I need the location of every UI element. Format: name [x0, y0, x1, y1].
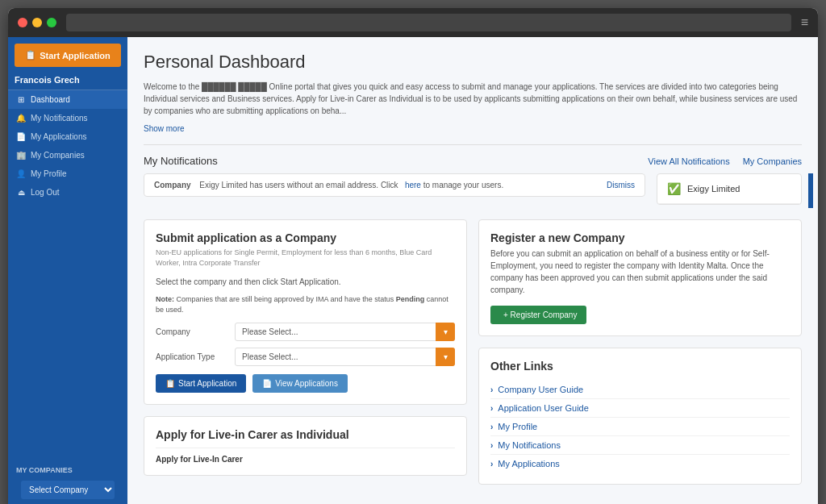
other-links-title: Other Links	[490, 360, 790, 373]
chevron-right-icon: ›	[490, 441, 493, 450]
link-my-notifications[interactable]: › My Notifications	[490, 436, 790, 455]
carer-subtitle: Apply for Live-In Carer	[156, 455, 455, 464]
view-icon: 📄	[262, 379, 272, 388]
my-companies-panel: ✅ Exigy Limited	[657, 173, 802, 205]
sidebar-item-companies[interactable]: 🏢 My Companies	[8, 146, 127, 165]
sidebar-item-logout[interactable]: ⏏ Log Out	[8, 183, 127, 202]
submit-company-instruction: Select the company and then click Start …	[156, 276, 455, 288]
notifications-title: My Notifications	[144, 155, 218, 167]
alert-message-end: to manage your users.	[423, 181, 504, 190]
other-links-card: Other Links › Company User Guide › Appli…	[478, 348, 802, 485]
chevron-right-icon: ›	[490, 423, 493, 431]
sidebar-item-notifications[interactable]: 🔔 My Notifications	[8, 109, 127, 127]
view-applications-btn[interactable]: 📄 View Applications	[252, 374, 348, 393]
titlebar: ≡	[8, 8, 818, 37]
app-type-select-wrapper: Please Select... ▾	[235, 348, 455, 366]
app-type-label: Application Type	[156, 352, 228, 361]
dismiss-button[interactable]: Dismiss	[607, 181, 635, 190]
select-company-dropdown[interactable]: Select Company	[21, 481, 115, 499]
submit-company-card: Submit application as a Company Non-EU a…	[144, 219, 467, 405]
my-companies-section-title: My Companies	[8, 458, 127, 477]
two-column-layout: Submit application as a Company Non-EU a…	[144, 219, 802, 496]
company-select[interactable]: Please Select...	[235, 323, 455, 341]
alert-content: Company Exigy Limited has users without …	[154, 181, 503, 190]
company-item[interactable]: ✅ Exigy Limited	[657, 174, 801, 204]
show-more-link[interactable]: Show more	[144, 124, 185, 133]
register-company-text: Before you can submit an application on …	[490, 248, 790, 296]
bell-icon: 🔔	[16, 114, 26, 123]
company-select-wrapper: Please Select... ▾	[235, 323, 455, 341]
submit-company-note: Note: Companies that are still being app…	[156, 294, 455, 314]
link-company-user-guide[interactable]: › Company User Guide	[490, 381, 790, 399]
app-body: 📋 Start Application Francois Grech ⊞ Das…	[8, 37, 818, 504]
register-company-title: Register a new Company	[490, 231, 790, 244]
chevron-right-icon: ›	[490, 460, 493, 469]
maximize-button[interactable]	[47, 18, 56, 27]
view-all-notifications-link[interactable]: View All Notifications	[648, 156, 729, 166]
register-company-card: Register a new Company Before you can su…	[478, 219, 802, 336]
start-application-btn[interactable]: 📋 Start Application	[156, 374, 246, 393]
main-content: Personal Dashboard Welcome to the ██████…	[127, 37, 818, 504]
company-name: Exigy Limited	[687, 184, 740, 194]
chevron-right-icon: ›	[490, 404, 493, 413]
alert-message: Exigy Limited has users without an email…	[199, 181, 398, 190]
divider	[144, 144, 802, 145]
hamburger-icon[interactable]: ≡	[801, 15, 808, 30]
carer-title: Apply for Live-in Carer as Individual	[156, 428, 455, 441]
dashboard-icon: ⊞	[16, 95, 26, 104]
sidebar-nav: ⊞ Dashboard 🔔 My Notifications 📄 My Appl…	[8, 90, 127, 458]
start-icon: 📋	[165, 379, 175, 388]
document-icon: 📄	[16, 132, 26, 141]
link-my-applications[interactable]: › My Applications	[490, 455, 790, 473]
app-type-form-row: Application Type Please Select... ▾	[156, 348, 455, 366]
notifications-bar: My Notifications View All Notifications …	[144, 155, 802, 167]
welcome-text: Welcome to the ██████ █████ Online porta…	[144, 81, 802, 117]
building-icon: 🏢	[16, 151, 26, 160]
chevron-right-icon: ›	[490, 385, 493, 394]
close-button[interactable]	[18, 18, 27, 27]
page-title: Personal Dashboard	[144, 52, 802, 73]
right-column: Register a new Company Before you can su…	[478, 219, 802, 496]
traffic-lights	[18, 18, 56, 27]
submit-company-title: Submit application as a Company	[156, 231, 455, 244]
live-in-carer-card: Apply for Live-in Carer as Individual Ap…	[144, 416, 467, 476]
start-application-button[interactable]: 📋 Start Application	[15, 44, 121, 67]
submit-company-subtitle: Non-EU applications for Single Permit, E…	[156, 248, 455, 268]
alert-link[interactable]: here	[405, 181, 421, 190]
notification-alert: Company Exigy Limited has users without …	[144, 173, 645, 197]
left-column: Submit application as a Company Non-EU a…	[144, 219, 467, 496]
register-company-btn[interactable]: + Register Company	[490, 306, 586, 324]
url-bar[interactable]	[66, 14, 791, 31]
my-companies-link[interactable]: My Companies	[743, 156, 802, 166]
user-icon: 👤	[16, 169, 26, 178]
sidebar-username: Francois Grech	[8, 67, 127, 90]
sidebar-item-profile[interactable]: 👤 My Profile	[8, 165, 127, 183]
notifications-actions: View All Notifications My Companies	[648, 156, 802, 166]
company-form-row: Company Please Select... ▾	[156, 323, 455, 341]
app-type-select[interactable]: Please Select...	[235, 348, 455, 366]
alert-company-label: Company	[154, 181, 191, 190]
logout-icon: ⏏	[16, 188, 26, 197]
sidebar: 📋 Start Application Francois Grech ⊞ Das…	[8, 37, 127, 504]
check-icon: ✅	[667, 182, 681, 195]
link-my-profile[interactable]: › My Profile	[490, 418, 790, 436]
browser-window: ≡ 📋 Start Application Francois Grech ⊞ D…	[8, 8, 818, 504]
minimize-button[interactable]	[32, 18, 42, 27]
link-application-user-guide[interactable]: › Application User Guide	[490, 399, 790, 418]
sidebar-item-applications[interactable]: 📄 My Applications	[8, 127, 127, 146]
sidebar-item-dashboard[interactable]: ⊞ Dashboard	[8, 90, 127, 109]
file-icon: 📋	[25, 50, 36, 60]
company-field-label: Company	[156, 327, 228, 336]
submit-company-btn-row: 📋 Start Application 📄 View Applications	[156, 374, 455, 393]
